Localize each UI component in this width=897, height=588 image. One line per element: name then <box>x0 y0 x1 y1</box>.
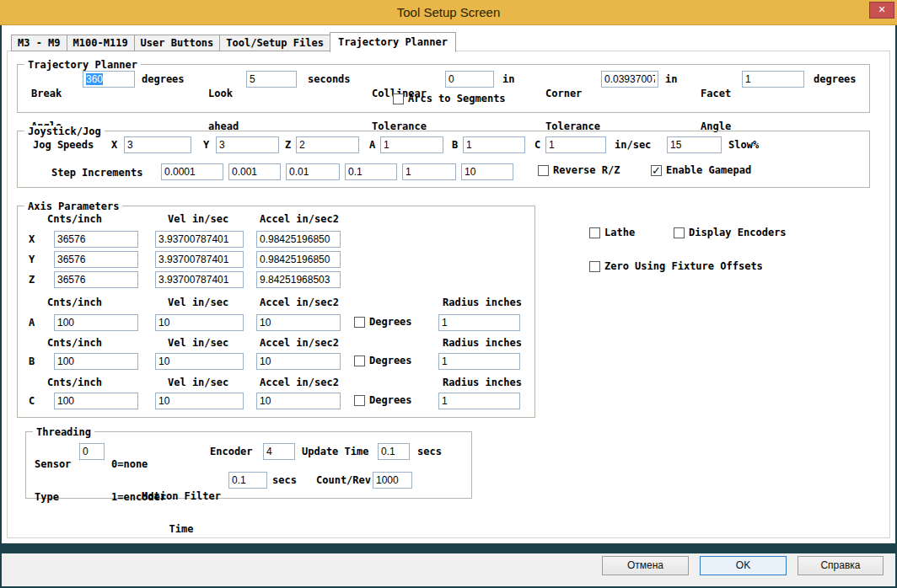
axis-y-vel-input[interactable] <box>155 251 244 268</box>
axis-a-degrees-checkbox[interactable]: Degrees <box>354 316 412 328</box>
step-increment-4-input[interactable] <box>345 163 397 180</box>
checkbox-box <box>354 395 365 406</box>
checkbox-box <box>589 227 600 238</box>
axis-x-vel-input[interactable] <box>155 231 244 248</box>
tool-setup-window: Tool Setup Screen ✕ M3 - M9 M100-M119 Us… <box>0 0 897 588</box>
header-cnts-inch: Cnts/inch <box>47 377 102 388</box>
step-increments-label: Step Increments <box>51 168 142 179</box>
corner-tolerance-input[interactable] <box>601 71 658 88</box>
axis-y-accel-input[interactable] <box>256 251 341 268</box>
slow-percent-input[interactable] <box>667 136 722 153</box>
display-encoders-checkbox[interactable]: Display Encoders <box>674 227 787 238</box>
header-radius: Radius inches <box>443 377 522 388</box>
checkbox-box <box>674 227 685 238</box>
axis-x-accel-input[interactable] <box>256 231 341 248</box>
threading-group-title: Threading <box>33 426 94 438</box>
axis-a-radius-input[interactable] <box>438 314 520 331</box>
lathe-checkbox[interactable]: Lathe <box>589 227 635 238</box>
tab-strip: M3 - M9 M100-M119 User Buttons Tool/Setu… <box>11 32 455 51</box>
axis-a-degrees-label: Degrees <box>369 316 412 328</box>
axis-b-radius-input[interactable] <box>438 353 520 370</box>
update-time-label: Update Time <box>302 446 368 457</box>
help-button[interactable]: Справка <box>798 556 884 575</box>
tab-trajectory-planner[interactable]: Trajectory Planner <box>330 32 456 52</box>
display-encoders-label: Display Encoders <box>689 227 787 238</box>
axis-b-vel-input[interactable] <box>155 353 244 370</box>
tab-tool-setup-files[interactable]: Tool/Setup Files <box>219 35 330 51</box>
axis-b-degrees-checkbox[interactable]: Degrees <box>354 355 412 366</box>
encoder-input[interactable] <box>263 443 295 460</box>
axis-c-radius-input[interactable] <box>438 393 520 409</box>
tab-m3-m9[interactable]: M3 - M9 <box>11 35 67 51</box>
axis-c-vel-input[interactable] <box>155 393 244 409</box>
header-accel: Accel in/sec2 <box>260 377 339 388</box>
break-angle-input[interactable]: 360 <box>83 71 135 88</box>
count-rev-input[interactable] <box>373 472 412 489</box>
enable-gamepad-checkbox[interactable]: Enable Gamepad <box>651 164 751 176</box>
ok-button[interactable]: OK <box>700 556 787 575</box>
jog-speed-z-input[interactable] <box>296 136 359 153</box>
jog-axis-y-label: Y <box>203 140 209 151</box>
motion-filter-time-label-line2: Time <box>142 524 221 535</box>
header-cnts-inch: Cnts/inch <box>47 214 102 225</box>
step-increment-1-input[interactable] <box>161 163 223 180</box>
header-radius: Radius inches <box>443 338 522 349</box>
look-ahead-input[interactable] <box>246 71 297 88</box>
jog-speed-c-input[interactable] <box>545 136 606 153</box>
close-button[interactable]: ✕ <box>869 2 894 19</box>
axis-b-accel-input[interactable] <box>256 353 341 370</box>
checkbox-box <box>354 355 365 366</box>
header-vel: Vel in/sec <box>168 214 228 225</box>
jog-speed-b-input[interactable] <box>463 136 525 153</box>
facet-angle-input[interactable] <box>742 71 804 88</box>
axis-a-cnts-input[interactable] <box>54 314 138 331</box>
break-angle-label-line1: Break <box>31 88 67 99</box>
arcs-to-segments-checkbox[interactable]: Arcs to Segments <box>393 93 506 104</box>
motion-filter-time-label-line1: Motion Filter <box>142 491 221 502</box>
axis-c-label: C <box>29 396 35 407</box>
cancel-button[interactable]: Отмена <box>602 556 689 575</box>
step-increment-6-input[interactable] <box>461 163 513 180</box>
step-increment-3-input[interactable] <box>286 163 340 180</box>
jog-speed-a-input[interactable] <box>380 136 443 153</box>
slow-percent-label: Slow% <box>728 140 759 151</box>
axis-c-cnts-input[interactable] <box>54 393 138 409</box>
jog-axis-x-label: X <box>111 140 117 151</box>
axis-c-accel-input[interactable] <box>256 393 341 409</box>
reverse-rz-checkbox[interactable]: Reverse R/Z <box>538 164 620 176</box>
axis-b-cnts-input[interactable] <box>54 353 138 370</box>
zero-fixture-offsets-checkbox[interactable]: Zero Using Fixture Offsets <box>589 260 763 272</box>
axis-z-vel-input[interactable] <box>155 271 244 288</box>
step-increment-5-input[interactable] <box>402 163 456 180</box>
axis-a-accel-input[interactable] <box>256 314 341 331</box>
axis-y-cnts-input[interactable] <box>54 251 138 268</box>
sensor-type-input[interactable] <box>79 443 105 460</box>
header-cnts-inch: Cnts/inch <box>47 338 102 349</box>
axis-c-degrees-checkbox[interactable]: Degrees <box>354 394 412 406</box>
collinear-tolerance-input[interactable] <box>445 71 494 88</box>
axis-a-vel-input[interactable] <box>155 314 244 331</box>
motion-filter-time-input[interactable] <box>228 472 267 489</box>
facet-angle-label-line1: Facet <box>701 88 737 99</box>
sensor-type-label: Sensor Type <box>35 437 71 525</box>
axis-x-cnts-input[interactable] <box>54 231 138 248</box>
lathe-label: Lathe <box>604 227 635 238</box>
header-radius: Radius inches <box>443 297 522 308</box>
jog-speed-y-input[interactable] <box>216 136 279 153</box>
axis-z-accel-input[interactable] <box>256 271 341 288</box>
jog-speed-x-input[interactable] <box>124 136 191 153</box>
tab-m100-m119[interactable]: M100-M119 <box>67 35 135 51</box>
axis-y-label: Y <box>29 254 35 265</box>
axis-x-label: X <box>29 234 35 245</box>
axis-parameters-group-title: Axis Parameters <box>24 200 122 212</box>
checkbox-box <box>538 165 549 176</box>
look-ahead-unit: seconds <box>308 74 351 85</box>
axis-z-cnts-input[interactable] <box>54 271 138 288</box>
sensor-type-label-line2: Type <box>35 492 71 503</box>
collinear-tolerance-unit: in <box>502 74 514 85</box>
encoder-label: Encoder <box>210 446 253 457</box>
update-time-input[interactable] <box>378 443 410 460</box>
step-increment-2-input[interactable] <box>228 163 281 180</box>
tab-user-buttons[interactable]: User Buttons <box>134 35 221 51</box>
sensor-type-label-line1: Sensor <box>35 459 71 470</box>
